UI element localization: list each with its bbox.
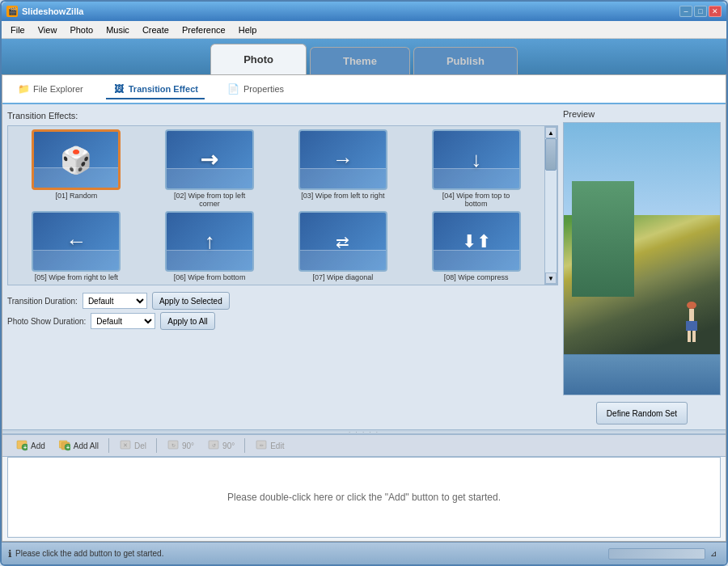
effect-item-2[interactable]: ↗ [02] Wipe from top left corner [145, 129, 275, 208]
tab-photo[interactable]: Photo [210, 44, 307, 74]
subtab-properties[interactable]: 📄 Properties [221, 80, 290, 99]
effect-label-7: [07] Wipe diagonal [313, 273, 374, 281]
bottom-toolbar: + Add + Add All [2, 434, 726, 457]
toolbar-sep-3 [244, 438, 245, 453]
effect-label-8: [08] Wipe compress [444, 273, 509, 281]
preview-box [563, 122, 721, 395]
menu-help[interactable]: Help [233, 23, 263, 36]
duration-controls: Transition Duration: Default Apply to Se… [7, 289, 558, 333]
menu-view[interactable]: View [32, 23, 63, 36]
add-icon: + [15, 439, 28, 452]
effect-label-4: [04] Wipe from top to bottom [432, 192, 521, 208]
edit-icon: ✏ [255, 439, 268, 452]
app-title: SlideshowZilla [22, 6, 83, 16]
effect-item-4[interactable]: ↓ [04] Wipe from top to bottom [411, 129, 541, 208]
photo-show-duration-label: Photo Show Duration: [7, 317, 86, 326]
close-button[interactable]: ✕ [709, 6, 722, 17]
define-random-set-button[interactable]: Define Random Set [596, 402, 688, 424]
edit-button[interactable]: ✏ Edit [250, 437, 289, 454]
effects-label: Transition Effects: [7, 109, 558, 122]
rotate-cw-icon: ↻ [167, 439, 180, 452]
effects-panel: Transition Effects: 🎲 [01] Random [7, 109, 558, 424]
rotate-ccw-button[interactable]: ↺ 90° [202, 437, 239, 454]
transition-duration-select[interactable]: Default [83, 293, 147, 309]
status-icon: ℹ [8, 548, 12, 560]
effect-label-3: [03] Wipe from left to right [301, 192, 384, 200]
subtab-transition-effect[interactable]: 🖼 Transition Effect [106, 80, 205, 99]
title-bar: 🎬 SlideshowZilla – □ ✕ [2, 2, 726, 21]
effect-label-6: [06] Wipe from bottom [174, 273, 246, 281]
photo-strip[interactable]: Please double-click here or click the "A… [7, 457, 721, 538]
svg-text:✕: ✕ [123, 442, 128, 448]
effects-grid-wrapper: 🎲 [01] Random ↗ [02] Wipe from top left … [7, 125, 558, 285]
menu-photo[interactable]: Photo [64, 23, 99, 36]
photo-show-duration-select[interactable]: Default [91, 313, 155, 329]
scroll-thumb[interactable] [545, 138, 557, 171]
maximize-button[interactable]: □ [694, 6, 707, 17]
effect-label-5: [05] Wipe from right to left [35, 273, 118, 281]
photo-duration-row: Photo Show Duration: Default Apply to Al… [7, 312, 558, 330]
preview-water-area [564, 354, 720, 395]
svg-text:↻: ↻ [171, 443, 175, 448]
rotate-ccw-icon: ↺ [207, 439, 220, 452]
transition-duration-label: Transition Duration: [7, 297, 78, 306]
add-all-icon: + [58, 439, 71, 452]
scroll-down-button[interactable]: ▼ [545, 272, 557, 284]
del-icon: ✕ [119, 439, 132, 452]
scroll-up-button[interactable]: ▲ [545, 127, 557, 138]
effect-label-2: [02] Wipe from top left corner [165, 192, 254, 208]
svg-text:+: + [66, 445, 70, 450]
content-area: 📁 File Explorer 🖼 Transition Effect 📄 Pr… [2, 74, 726, 542]
scroll-track [545, 138, 557, 272]
minimize-button[interactable]: – [679, 6, 692, 17]
effect-item-3[interactable]: → [03] Wipe from left to right [278, 129, 408, 208]
svg-text:✏: ✏ [260, 443, 264, 448]
properties-icon: 📄 [227, 82, 240, 95]
menu-create[interactable]: Create [137, 23, 175, 36]
folder-icon: 📁 [17, 82, 30, 95]
effect-item-random[interactable]: 🎲 [01] Random [11, 129, 142, 208]
tab-publish[interactable]: Publish [413, 47, 518, 74]
effects-scrollbar[interactable]: ▲ ▼ [544, 126, 557, 285]
effect-item-8[interactable]: ⬇⬆ [08] Wipe compress [411, 211, 541, 281]
status-bar: ℹ Please click the add button to get sta… [2, 542, 726, 564]
transition-icon: 🖼 [112, 82, 125, 95]
add-button[interactable]: + Add [11, 437, 50, 454]
effect-item-5[interactable]: ← [05] Wipe from right to left [11, 211, 142, 281]
status-progress [608, 548, 705, 560]
toolbar-sep-1 [108, 438, 109, 453]
menu-bar: File View Photo Music Create Preference … [2, 21, 726, 39]
subtab-file-explorer[interactable]: 📁 File Explorer [11, 80, 90, 99]
svg-text:+: + [23, 445, 27, 450]
add-all-button[interactable]: + Add All [53, 437, 104, 454]
status-message: Please click the add button to get start… [15, 549, 163, 558]
sub-tabs-area: 📁 File Explorer 🖼 Transition Effect 📄 Pr… [2, 75, 726, 104]
effect-item-7[interactable]: ⇄ [07] Wipe diagonal [278, 211, 408, 281]
menu-file[interactable]: File [5, 23, 31, 36]
apply-all-button[interactable]: Apply to All [160, 312, 214, 330]
preview-label: Preview [563, 109, 721, 119]
preview-panel: Preview [563, 109, 721, 424]
tab-theme[interactable]: Theme [310, 47, 410, 74]
resize-grip[interactable]: ⊿ [710, 549, 720, 559]
rotate-cw-button[interactable]: ↻ 90° [162, 437, 199, 454]
effects-grid: 🎲 [01] Random ↗ [02] Wipe from top left … [8, 126, 544, 285]
del-button[interactable]: ✕ Del [114, 437, 151, 454]
app-icon: 🎬 [6, 6, 18, 17]
main-content-panel: Transition Effects: 🎲 [01] Random [2, 104, 726, 429]
effect-item-6[interactable]: ↑ [06] Wipe from bottom [145, 211, 275, 281]
transition-duration-row: Transition Duration: Default Apply to Se… [7, 292, 558, 310]
main-tabs-area: Photo Theme Publish [2, 39, 726, 74]
svg-text:↺: ↺ [212, 443, 216, 448]
toolbar-sep-2 [156, 438, 157, 453]
photo-strip-placeholder: Please double-click here or click the "A… [227, 492, 501, 503]
apply-selected-button[interactable]: Apply to Selected [152, 292, 230, 310]
menu-music[interactable]: Music [100, 23, 135, 36]
effect-label-random: [01] Random [56, 192, 98, 200]
menu-preference[interactable]: Preference [176, 23, 231, 36]
